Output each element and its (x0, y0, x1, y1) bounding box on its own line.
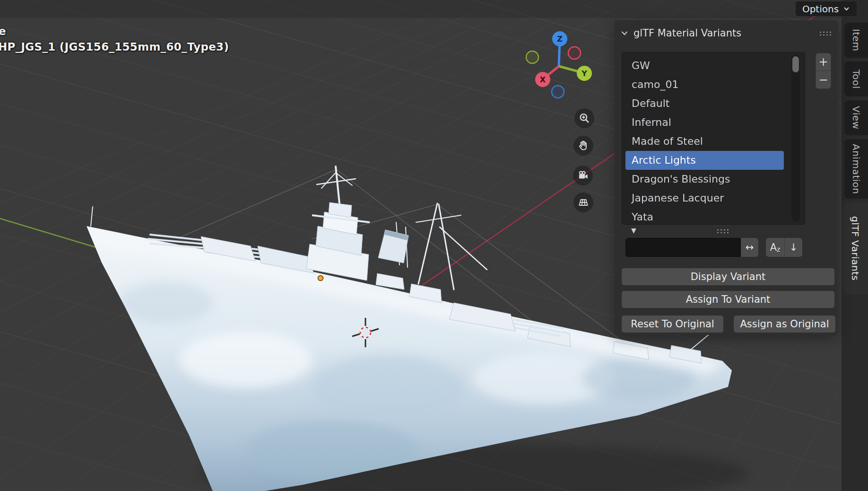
scrollbar-thumb[interactable] (792, 56, 799, 72)
reset-to-original-button[interactable]: Reset To Original (622, 316, 723, 333)
variant-row[interactable]: Infernal (625, 113, 784, 132)
sidebar-tab-item[interactable]: Item (844, 23, 868, 58)
variant-row[interactable]: Yata (625, 208, 784, 227)
list-filter-row: ▼ (622, 226, 805, 237)
gizmo-axis-negx-handle[interactable] (568, 47, 581, 59)
blender-3d-viewport: e HP_JGS_1 (JGS156_155mm_60_Type3) Optio… (0, 0, 868, 491)
options-label: Options (802, 3, 839, 15)
gizmo-axis-negz-handle[interactable] (552, 86, 564, 98)
panel-title: glTF Material Variants (634, 27, 741, 39)
tab-label: View (851, 106, 862, 129)
list-resize-grip-icon[interactable] (716, 228, 729, 233)
sort-alpha-sub: z (777, 246, 780, 253)
tab-label: Tool (851, 70, 862, 89)
object-origin (318, 276, 323, 281)
tab-label: glTF Variants (850, 216, 861, 281)
perspective-toggle-button[interactable] (573, 193, 593, 212)
variant-row[interactable]: camo_01 (625, 75, 784, 94)
panel-grip-dots-icon[interactable] (819, 31, 831, 35)
viewport-overlay-collection-text: e (0, 25, 6, 37)
hand-icon (577, 140, 590, 152)
options-dropdown-button[interactable]: Options (796, 1, 857, 16)
sidebar-tab-tool[interactable]: Tool (844, 61, 868, 96)
panel-header[interactable]: glTF Material Variants (620, 27, 831, 39)
chevron-down-icon (620, 29, 629, 37)
sidebar-tab-animation[interactable]: Animation (844, 139, 868, 199)
magnifier-plus-icon (578, 112, 590, 124)
gltf-material-variants-panel: glTF Material Variants GW camo_01 Defaul… (615, 20, 838, 335)
zoom-button[interactable] (574, 108, 594, 128)
gizmo-x-label: X (540, 75, 546, 84)
sort-alphabetical-button[interactable]: Az (766, 238, 785, 257)
assign-to-variant-button[interactable]: Assign To Variant (622, 291, 834, 308)
camera-view-button[interactable] (573, 166, 593, 185)
list-scrollbar[interactable] (791, 55, 800, 222)
gizmo-axis-negy-handle[interactable] (526, 51, 538, 63)
variant-row[interactable]: GW (625, 56, 784, 75)
sidebar-tab-gltf-variants[interactable]: glTF Variants (842, 202, 868, 294)
gizmo-z-label: Z (557, 35, 563, 44)
gizmo-y-label: Y (581, 69, 587, 78)
sidebar-tab-strip: Item Tool View Animation glTF Variants (842, 0, 868, 491)
add-variant-button[interactable]: + (816, 53, 831, 71)
sidebar-tab-view[interactable]: View (844, 100, 868, 135)
variant-row-selected[interactable]: Arctic Lights (625, 151, 784, 170)
sort-alpha-label: A (770, 242, 777, 253)
remove-variant-button[interactable]: − (816, 71, 831, 89)
grid-icon (577, 196, 590, 209)
variant-row[interactable]: Made of Steel (625, 132, 784, 151)
variant-list: GW camo_01 Default Infernal Made of Stee… (622, 52, 805, 225)
variant-row[interactable]: Dragon's Blessings (625, 170, 784, 189)
display-variant-button[interactable]: Display Variant (622, 268, 834, 285)
chevron-down-icon (843, 5, 850, 12)
viewport-header (0, 0, 868, 18)
filter-search-input[interactable] (625, 238, 741, 257)
navigation-gizmo[interactable]: Z Y X (520, 26, 600, 102)
filter-expand-icon[interactable]: ▼ (631, 227, 636, 234)
reverse-order-button[interactable]: ↓ (785, 238, 802, 257)
tab-label: Animation (851, 144, 862, 194)
tab-label: Item (851, 29, 862, 52)
viewport-overlay-object-text: HP_JGS_1 (JGS156_155mm_60_Type3) (0, 41, 229, 53)
variant-row[interactable]: Japanese Lacquer (625, 189, 784, 208)
pan-button[interactable] (573, 136, 593, 156)
assign-as-original-button[interactable]: Assign as Original (734, 316, 835, 333)
camera-icon (577, 169, 589, 182)
variant-row[interactable]: Default (625, 94, 784, 113)
invert-filter-button[interactable]: ↔ (741, 238, 758, 257)
